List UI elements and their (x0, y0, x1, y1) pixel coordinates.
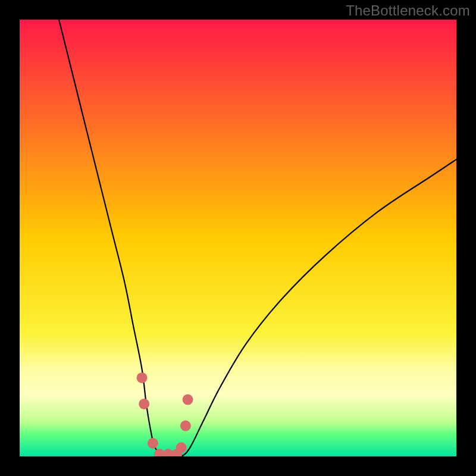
highlight-point (148, 438, 158, 449)
chart-frame: TheBottleneck.com (0, 0, 476, 476)
highlight-point (139, 399, 149, 409)
chart-background (20, 20, 456, 456)
highlight-point (180, 421, 191, 431)
highlight-point (176, 442, 187, 453)
highlight-point (183, 394, 193, 405)
chart-svg (20, 20, 456, 456)
highlight-point (137, 372, 148, 383)
watermark-label: TheBottleneck.com (346, 2, 470, 19)
plot-area (20, 20, 456, 456)
